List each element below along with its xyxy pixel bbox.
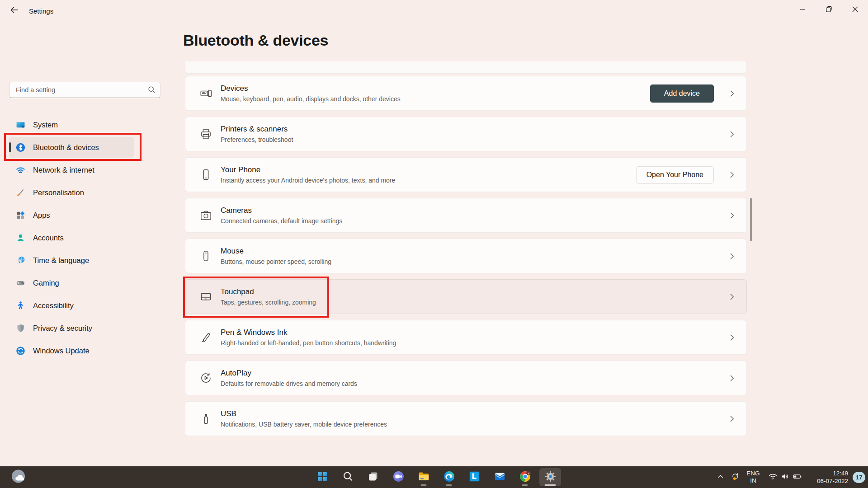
autoplay-icon [200,372,212,384]
chrome-taskbar-button[interactable] [514,468,536,486]
sidebar-item-accessibility[interactable]: Accessibility [9,295,134,316]
running-indicator [545,484,556,486]
restore-icon [824,5,834,16]
sidebar-item-system[interactable]: System [9,114,134,135]
row-autoplay[interactable]: AutoPlay Defaults for removable drives a… [185,361,747,395]
sidebar: System Bluetooth & devices Network & int… [0,22,163,466]
chevron-right-icon [727,170,736,179]
chevron-up-icon [716,472,725,483]
back-arrow-icon [9,5,19,17]
row-usb[interactable]: USB Notifications, USB battery saver, mo… [185,401,747,436]
gaming-icon [16,278,25,288]
start-icon [316,470,329,484]
task-view-taskbar-button[interactable] [362,468,384,486]
search-input[interactable] [9,82,160,98]
row-your-phone[interactable]: Your Phone Instantly access your Android… [185,157,747,192]
sidebar-item-gaming[interactable]: Gaming [9,272,134,293]
scrollbar-thumb[interactable] [750,198,752,241]
tray-time: 12:49 [833,469,848,477]
phone-icon [200,169,212,181]
start-taskbar-button[interactable] [311,468,333,486]
camera-icon [200,209,212,221]
time-language-icon [16,256,25,265]
usb-icon [200,413,212,425]
sidebar-item-personalisation[interactable]: Personalisation [9,182,134,203]
chevron-right-icon [727,414,736,423]
file-explorer-icon [418,470,430,484]
pen-icon [200,331,212,343]
battery-icon [793,472,802,483]
chrome-icon [519,470,531,484]
mail-taskbar-button[interactable] [489,468,510,486]
open-your-phone-button[interactable]: Open Your Phone [636,166,714,183]
row-devices[interactable]: Devices Mouse, keyboard, pen, audio, dis… [185,76,747,111]
sidebar-item-network-internet[interactable]: Network & internet [9,160,134,180]
accessibility-icon [16,301,25,310]
back-button[interactable] [6,3,23,19]
mail-icon [494,470,506,484]
sidebar-item-bluetooth-devices[interactable]: Bluetooth & devices [9,137,134,158]
search-taskbar-button[interactable] [337,468,359,486]
language-indicator[interactable]: ENG IN [743,468,763,486]
devices-icon [200,87,212,99]
file-explorer-taskbar-button[interactable] [413,468,434,486]
window-controls [789,0,868,20]
titlebar: Settings [0,0,868,22]
row-pen-windows-ink[interactable]: Pen & Windows Ink Right-handed or left-h… [185,320,747,355]
minimize-button[interactable] [789,0,816,20]
search-box [9,82,160,98]
taskbar-center [311,468,561,486]
sync-pending-icon [731,472,740,483]
sidebar-item-windows-update[interactable]: Windows Update [9,340,134,361]
tray-date: 06-07-2022 [817,477,848,485]
settings-gear-icon [544,470,557,484]
weather-widget-icon [10,479,26,486]
tray-overflow-button[interactable] [713,468,727,486]
sidebar-item-apps[interactable]: Apps [9,205,134,225]
chevron-right-icon [727,374,736,383]
taskbar: ENG IN 12:49 06-07-2022 17 [0,466,868,488]
settings-taskbar-button[interactable] [539,468,561,486]
chevron-right-icon [727,252,736,261]
row-mouse[interactable]: Mouse Buttons, mouse pointer speed, scro… [185,239,747,273]
edge-icon [443,470,455,484]
running-indicator [446,484,452,486]
scrolled-card-remnant [185,61,747,74]
chevron-right-icon [727,333,736,342]
page-title: Bluetooth & devices [183,32,328,49]
chevron-right-icon [727,292,736,301]
sync-status-button[interactable] [727,468,743,486]
close-button[interactable] [842,0,868,20]
network-volume-battery-button[interactable] [763,468,807,486]
restore-button[interactable] [816,0,842,20]
clock[interactable]: 12:49 06-07-2022 [807,468,850,486]
add-device-button[interactable]: Add device [650,84,714,103]
settings-rows: Devices Mouse, keyboard, pen, audio, dis… [185,76,747,442]
widgets-button[interactable] [10,469,26,485]
system-tray: ENG IN 12:49 06-07-2022 17 [713,466,865,488]
accounts-icon [16,233,25,243]
minimize-icon [798,5,807,16]
taskbar-search-icon [342,470,354,484]
window-title: Settings [29,7,53,15]
touchpad-icon [200,291,212,303]
chevron-right-icon [727,89,736,98]
volume-icon [780,472,790,483]
row-printers-scanners[interactable]: Printers & scanners Preferences, trouble… [185,117,747,151]
sidebar-item-time-language[interactable]: Time & language [9,250,134,271]
l-app-taskbar-button[interactable] [463,468,485,486]
settings-window: Settings System Bluetooth & devices Netw… [0,0,868,488]
printer-icon [200,128,212,140]
mouse-icon [200,250,212,262]
task-view-icon [367,470,379,484]
notification-badge[interactable]: 17 [853,472,865,483]
sidebar-item-accounts[interactable]: Accounts [9,227,134,248]
row-touchpad[interactable]: Touchpad Taps, gestures, scrolling, zoom… [185,279,747,314]
edge-taskbar-button[interactable] [438,468,460,486]
chevron-right-icon [727,130,736,139]
sidebar-item-privacy-security[interactable]: Privacy & security [9,318,134,338]
row-cameras[interactable]: Cameras Connected cameras, default image… [185,198,747,233]
running-indicator [421,484,427,486]
l-app-icon [468,470,481,484]
chat-taskbar-button[interactable] [387,468,409,486]
